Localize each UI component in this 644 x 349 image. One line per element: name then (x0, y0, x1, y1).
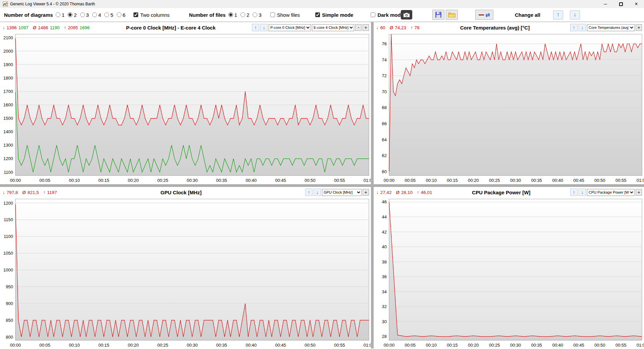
open-folder-button[interactable] (446, 10, 458, 20)
signal-move-down-button[interactable]: ↓ (260, 24, 268, 31)
svg-text:60: 60 (382, 169, 387, 174)
svg-text:1100: 1100 (4, 234, 13, 239)
file-count-radio-2[interactable] (240, 12, 245, 17)
diagram-count-option-4[interactable]: 4 (92, 12, 101, 18)
svg-text:00:25: 00:25 (489, 178, 500, 183)
diagram-count-radio-label: 2 (74, 12, 76, 18)
svg-text:1200: 1200 (3, 156, 13, 161)
show-files-checkbox[interactable]: Show files (270, 12, 300, 18)
close-button[interactable]: × (629, 0, 644, 8)
signal-move-up-button[interactable]: ↑ (570, 189, 578, 196)
diagram-count-radio-4[interactable] (92, 12, 97, 17)
number-of-files-label: Number of files (189, 12, 225, 18)
diagram-count-radio-1[interactable] (56, 12, 60, 17)
svg-text:00:45: 00:45 (573, 343, 584, 348)
chart-plot: 1100120013001400150016001700180019002000… (0, 32, 371, 184)
signal-select[interactable]: Core Temperatures (avg) (587, 24, 635, 31)
svg-text:70: 70 (382, 89, 387, 94)
add-signal-button[interactable]: + (363, 189, 369, 196)
diagram-count-radio-6[interactable] (117, 12, 121, 17)
screenshot-button[interactable] (401, 10, 412, 19)
min-value: 1396 (7, 25, 17, 30)
chart-panel-header: ↓27,42Ø28,10↑46,01CPU Package Power [W]↑… (374, 187, 644, 197)
dark-mode-input[interactable] (371, 12, 375, 17)
signal-select[interactable]: GPU Clock [MHz] (322, 189, 362, 196)
min-value: 60 (380, 25, 385, 30)
signal-select[interactable]: P-core 0 Clock [MHz] (269, 24, 311, 31)
svg-text:00:25: 00:25 (157, 343, 168, 348)
add-signal-button[interactable]: + (636, 189, 642, 196)
diagram-count-option-1[interactable]: 1 (56, 12, 64, 18)
svg-text:42: 42 (382, 230, 387, 235)
signal-move-up-button[interactable]: ↑ (305, 189, 313, 196)
diagram-count-option-5[interactable]: 5 (104, 12, 113, 18)
diagram-count-radio-2[interactable] (68, 12, 72, 17)
add-signal-button[interactable]: + (363, 24, 369, 31)
svg-text:1050: 1050 (3, 251, 13, 256)
diagram-count-option-6[interactable]: 6 (117, 12, 125, 18)
svg-text:62: 62 (382, 153, 387, 158)
diagram-count-option-3[interactable]: 3 (80, 12, 89, 18)
file-count-radio-label: 1 (234, 12, 237, 18)
avg-value: 28,10 (401, 190, 413, 195)
save-button[interactable] (432, 10, 444, 20)
max-value: 1197 (47, 190, 57, 195)
dark-mode-checkbox[interactable]: Dark mode (371, 12, 404, 18)
file-count-option-2[interactable]: 2 (240, 12, 249, 18)
chart-stats: ↓797,8Ø821,5↑1197 (3, 190, 57, 195)
remove-signal-button[interactable]: - (355, 24, 362, 31)
change-all-down-button[interactable]: ↓ (570, 10, 580, 19)
file-count-radio-1[interactable] (228, 12, 233, 17)
signal-move-down-button[interactable]: ↓ (314, 189, 321, 196)
add-signal-button[interactable]: + (636, 24, 642, 31)
avg-value: 821,5 (28, 190, 39, 195)
svg-text:00:05: 00:05 (405, 343, 416, 348)
svg-text:1900: 1900 (3, 62, 13, 67)
svg-text:1300: 1300 (3, 143, 13, 148)
svg-text:00:25: 00:25 (157, 178, 168, 183)
svg-text:00:55: 00:55 (334, 178, 345, 183)
diagram-count-radio-5[interactable] (104, 12, 109, 17)
restore-button[interactable] (613, 0, 629, 8)
signal-move-down-button[interactable]: ↓ (579, 189, 586, 196)
diagram-count-radio-group: 123456 (56, 12, 129, 18)
chart-controls: ↑↓Core Temperatures (avg)+ (570, 24, 642, 31)
file-count-option-3[interactable]: 3 (253, 12, 261, 18)
svg-text:00:40: 00:40 (552, 343, 563, 348)
app-icon (3, 1, 8, 7)
file-count-option-1[interactable]: 1 (228, 12, 237, 18)
svg-text:00:10: 00:10 (426, 343, 437, 348)
svg-text:64: 64 (382, 137, 387, 142)
svg-text:00:10: 00:10 (69, 178, 80, 183)
svg-text:00:20: 00:20 (128, 178, 139, 183)
max-value: 46,01 (421, 190, 432, 195)
simple-mode-input[interactable] (315, 12, 320, 17)
svg-text:76: 76 (382, 41, 387, 46)
change-all-up-button[interactable]: ↑ (553, 10, 563, 19)
two-columns-checkbox[interactable]: Two columns (133, 12, 170, 18)
diagram-count-option-2[interactable]: 2 (68, 12, 76, 18)
show-files-input[interactable] (270, 12, 275, 17)
svg-text:800: 800 (6, 335, 13, 340)
svg-text:00:35: 00:35 (531, 343, 542, 348)
svg-text:00:50: 00:50 (594, 178, 605, 183)
reload-colors-button[interactable]: ⇄ (475, 10, 493, 20)
signal-move-up-button[interactable]: ↑ (252, 24, 259, 31)
svg-text:1150: 1150 (4, 217, 13, 222)
min-value: 797,8 (7, 190, 18, 195)
svg-text:00:15: 00:15 (98, 178, 109, 183)
two-columns-input[interactable] (133, 12, 138, 17)
signal-select[interactable]: CPU Package Power [W] (587, 189, 635, 196)
close-icon: × (635, 1, 638, 7)
minimize-button[interactable] (598, 0, 613, 8)
svg-text:00:45: 00:45 (573, 178, 584, 183)
file-count-radio-3[interactable] (253, 12, 257, 17)
signal-move-up-button[interactable]: ↑ (570, 24, 578, 31)
red-line-icon (479, 14, 484, 15)
signal-select[interactable]: E-core 4 Clock [MHz] (312, 24, 354, 31)
chart-plot: 2830323436384042444600:0000:0500:1000:15… (374, 197, 644, 349)
two-columns-label: Two columns (140, 12, 170, 18)
simple-mode-checkbox[interactable]: Simple mode (315, 12, 353, 18)
diagram-count-radio-3[interactable] (80, 12, 85, 17)
signal-move-down-button[interactable]: ↓ (579, 24, 586, 31)
